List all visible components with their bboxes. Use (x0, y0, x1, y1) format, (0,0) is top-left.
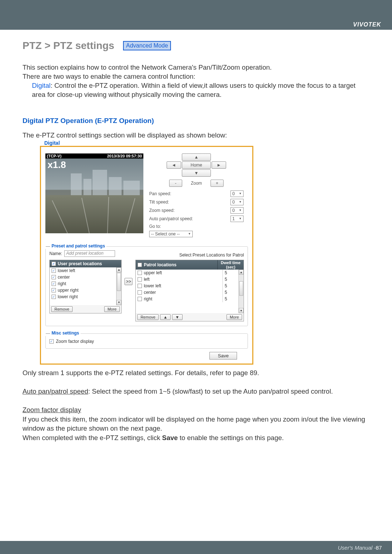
camera-preview: (TCP-V) 2013/3/20 09:57:30 x1.8 (45, 153, 143, 233)
zoom-in-button[interactable]: + (211, 180, 224, 187)
preset-patrol-fieldset: — Preset and patrol settings Name: Add p… (45, 246, 248, 326)
more-patrol-button[interactable]: More (226, 314, 242, 320)
section-heading: Digital PTZ Operation (E-PTZ Operation) (23, 117, 369, 125)
name-label: Name: (49, 251, 62, 256)
select-patrol-label: Select Preset Locations for Patrol (179, 253, 244, 258)
digital-tab[interactable]: Digital (44, 140, 369, 146)
zoom-factor-text: If you check this item, the zoom indicat… (23, 415, 369, 433)
auto-speed-text: : Select the speed from 1~5 (slow/fast) … (88, 387, 333, 395)
pan-right-button[interactable]: ► (212, 161, 226, 169)
patrol-listbox: Patrol locations Dwell time (sec) upper … (135, 260, 244, 321)
footer: User's Manual - 87 (0, 541, 392, 554)
table-row[interactable]: right5 (136, 296, 244, 302)
tilt-speed-label: Tilt speed: (149, 200, 169, 205)
list-item[interactable]: lower left (50, 267, 121, 274)
pan-speed-select[interactable]: 0▼ (230, 190, 244, 197)
page-title: PTZ > PTZ settings (23, 40, 114, 52)
table-row[interactable]: lower left5 (136, 283, 244, 289)
auto-speed-heading: Auto pan/patrol speed (23, 387, 88, 395)
tilt-up-button[interactable]: ▲ (182, 153, 211, 161)
auto-speed-select[interactable]: 1▼ (230, 216, 244, 222)
move-down-button[interactable]: ▼ (172, 314, 183, 320)
zoom-out-button[interactable]: - (169, 180, 182, 187)
page-number: 87 (376, 545, 382, 551)
tilt-speed-select[interactable]: 0▼ (230, 199, 244, 205)
patrol-header: Patrol locations (144, 262, 176, 267)
zoom-speed-label: Zoom speed: (149, 208, 175, 213)
home-button[interactable]: Home (182, 161, 211, 169)
intro-line-1: This section explains how to control the… (23, 63, 369, 72)
list-item[interactable]: upper right (50, 287, 121, 294)
sub-intro: The e-PTZ control settings section will … (23, 131, 369, 139)
eptz-panel: (TCP-V) 2013/3/20 09:57:30 x1.8 (40, 146, 253, 365)
remove-preset-button[interactable]: Remove (51, 306, 73, 312)
table-row[interactable]: center5 (136, 289, 244, 296)
tilt-down-button[interactable]: ▼ (182, 169, 211, 177)
preset-legend: Preset and patrol settings (50, 243, 106, 249)
list-item[interactable]: center (50, 274, 121, 280)
list-item[interactable]: right (50, 280, 121, 287)
zoom-factor-label: Zoom factor display (56, 339, 94, 344)
after-l1: Only stream 1 supports the e-PTZ related… (23, 368, 369, 378)
digital-label: Digital (32, 82, 50, 89)
user-preset-header: User preset locations (58, 261, 102, 266)
save-note-c: to enable the settings on this page. (178, 434, 284, 442)
select-all-presets-checkbox[interactable] (52, 262, 56, 266)
save-note-b: Save (162, 434, 178, 442)
digital-text: : Control the e-PTZ operation. Within a … (32, 82, 356, 98)
move-up-button[interactable]: ▲ (160, 314, 171, 320)
brand-label: VIVOTEK (353, 21, 381, 28)
preview-source: (TCP-V) (47, 154, 61, 158)
zoom-speed-select[interactable]: 0▼ (230, 207, 244, 214)
goto-select[interactable]: -- Select one --▼ (149, 231, 193, 237)
transfer-button[interactable]: >> (124, 278, 132, 285)
misc-fieldset: — Misc settings Zoom factor display (45, 333, 248, 349)
misc-legend: Misc settings (50, 331, 81, 336)
preset-name-input[interactable]: Add preset location (64, 250, 115, 257)
user-preset-listbox: User preset locations lower left center … (49, 260, 122, 313)
save-button[interactable]: Save (209, 352, 237, 360)
list-item[interactable]: lower right (50, 294, 121, 300)
footer-label: User's Manual - (338, 545, 376, 551)
goto-label: Go to: (149, 224, 161, 229)
scrollbar[interactable]: ▲ ▼ (116, 267, 121, 305)
remove-patrol-button[interactable]: Remove (137, 314, 159, 320)
zoom-indicator: x1.8 (48, 159, 141, 171)
save-note-a: When completed with the e-PTZ settings, … (23, 434, 162, 442)
dwell-header: Dwell time (sec) (217, 260, 244, 270)
zoom-factor-heading: Zoom factor display (23, 405, 369, 415)
pan-left-button[interactable]: ◄ (167, 161, 181, 169)
more-preset-button[interactable]: More (104, 306, 120, 312)
preview-timestamp: 2013/3/20 09:57:30 (107, 154, 142, 158)
scrollbar[interactable]: ▲ ▼ (238, 270, 244, 313)
pan-speed-label: Pan speed: (149, 191, 171, 196)
table-row[interactable]: upper left5 (136, 270, 244, 276)
zoom-label: Zoom (184, 181, 209, 186)
auto-speed-label: Auto pan/patrol speed: (149, 216, 193, 221)
advanced-mode-badge: Advanced Mode (123, 41, 171, 50)
intro-line-2: There are two ways to enable the camera … (23, 72, 369, 81)
zoom-factor-checkbox[interactable] (49, 339, 54, 344)
table-row[interactable]: left5 (136, 276, 244, 283)
select-all-patrol-checkbox[interactable] (138, 263, 142, 267)
